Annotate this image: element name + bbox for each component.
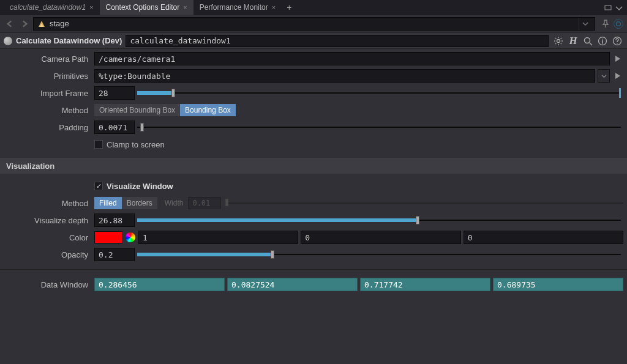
parameter-panel: Camera Path Primitives Import Frame 28 [0, 49, 627, 292]
clamp-to-screen-checkbox[interactable] [94, 140, 103, 149]
opacity-input[interactable] [94, 248, 135, 261]
tab-bar: calculate_datawindow1 × Context Options … [0, 0, 627, 15]
padding-input[interactable] [94, 121, 135, 134]
section-visualization[interactable]: Visualization [0, 158, 627, 174]
primitives-dropdown-button[interactable] [598, 69, 610, 83]
node-type-icon [4, 37, 12, 45]
visualize-window-checkbox[interactable] [94, 182, 103, 190]
label-visualize-depth: Visualize depth [4, 216, 94, 225]
row-primitives: Primitives [4, 69, 623, 83]
row-visualize-depth: Visualize depth [4, 213, 623, 228]
pane-menu-icon[interactable] [615, 3, 623, 12]
clamp-to-screen-label: Clamp to screen [107, 140, 165, 149]
svg-point-3 [585, 37, 590, 43]
label-data-window: Data Window [4, 280, 94, 289]
row-vis-method: Method Filled Borders Width [4, 196, 623, 210]
import-frame-slider[interactable] [137, 87, 621, 98]
method-option-oriented-bb[interactable]: Oriented Bounding Box [94, 104, 180, 116]
svg-point-1 [617, 21, 621, 26]
color-swatch[interactable] [94, 231, 122, 243]
houdini-h-icon[interactable]: H [567, 35, 579, 47]
path-bar: stage [0, 15, 627, 33]
vis-method-borders[interactable]: Borders [122, 197, 157, 209]
row-visualize-window: Visualize Window [4, 179, 623, 193]
data-window-ymin[interactable]: 0.0827524 [227, 278, 358, 291]
row-clamp-to-screen: Clamp to screen [4, 137, 623, 152]
close-icon[interactable]: × [183, 4, 187, 11]
label-padding: Padding [4, 123, 94, 132]
color-b-input[interactable] [464, 231, 623, 244]
vis-method-filled[interactable]: Filled [94, 197, 122, 209]
divider [0, 269, 627, 270]
maximize-pane-icon[interactable] [604, 3, 612, 12]
link-follow-icon[interactable] [614, 19, 623, 29]
camera-path-input[interactable] [94, 52, 610, 65]
close-icon[interactable]: × [272, 4, 276, 11]
svg-point-2 [557, 39, 560, 42]
jump-to-operator-icon[interactable] [612, 70, 623, 81]
node-name-input[interactable] [126, 35, 549, 47]
method-toggle: Oriented Bounding Box Bounding Box [94, 104, 236, 116]
search-icon[interactable] [582, 35, 594, 47]
width-label: Width [165, 199, 184, 207]
row-camera-path: Camera Path [4, 51, 623, 66]
forward-button[interactable] [18, 18, 31, 30]
stage-icon [37, 20, 46, 28]
label-primitives: Primitives [4, 72, 94, 81]
visualize-depth-input[interactable] [94, 214, 135, 227]
color-r-input[interactable] [138, 231, 298, 244]
data-window-ymax[interactable]: 0.689735 [493, 278, 623, 291]
add-tab-button[interactable]: + [282, 3, 296, 12]
node-header: Calculate Datawindow (Dev) H [0, 33, 627, 49]
row-padding: Padding [4, 120, 623, 135]
data-window-xmax[interactable]: 0.717742 [360, 278, 490, 291]
vis-method-toggle: Filled Borders [94, 197, 157, 209]
jump-to-operator-icon[interactable] [612, 53, 623, 64]
import-frame-value[interactable]: 28 [94, 86, 135, 100]
tab-context-options-editor[interactable]: Context Options Editor × [100, 0, 193, 15]
method-option-bb[interactable]: Bounding Box [180, 104, 236, 116]
label-vis-method: Method [4, 199, 94, 208]
help-icon[interactable] [611, 35, 623, 47]
path-dropdown-icon[interactable] [579, 18, 591, 30]
label-method: Method [4, 106, 94, 115]
width-input [188, 197, 221, 209]
visualize-depth-slider[interactable] [137, 215, 621, 226]
primitives-input[interactable] [94, 69, 595, 83]
close-icon[interactable]: × [89, 4, 93, 11]
color-g-input[interactable] [301, 231, 460, 244]
color-wheel-icon[interactable] [125, 232, 136, 243]
tab-label: Performance Monitor [200, 3, 268, 12]
node-type-label: Calculate Datawindow (Dev) [16, 36, 122, 45]
tab-label: Context Options Editor [106, 3, 180, 12]
row-method: Method Oriented Bounding Box Bounding Bo… [4, 103, 623, 117]
pin-icon[interactable] [600, 18, 611, 29]
visualize-window-label: Visualize Window [107, 182, 173, 191]
row-import-frame: Import Frame 28 [4, 86, 623, 100]
label-import-frame: Import Frame [4, 89, 94, 98]
tab-label: calculate_datawindow1 [10, 3, 86, 12]
row-opacity: Opacity [4, 247, 623, 262]
svg-rect-0 [605, 6, 611, 10]
row-color: Color [4, 230, 623, 245]
width-slider [227, 198, 623, 209]
data-window-xmin[interactable]: 0.286456 [94, 278, 225, 291]
info-icon[interactable] [596, 35, 609, 47]
label-opacity: Opacity [4, 250, 94, 259]
padding-slider[interactable] [137, 122, 621, 133]
gear-icon[interactable] [552, 35, 565, 47]
tab-calculate-datawindow1[interactable]: calculate_datawindow1 × [4, 0, 100, 15]
label-color: Color [4, 233, 94, 242]
label-camera-path: Camera Path [4, 54, 94, 64]
path-text: stage [50, 19, 69, 28]
row-data-window: Data Window 0.286456 0.0827524 0.717742 … [4, 277, 623, 292]
opacity-slider[interactable] [137, 249, 621, 260]
path-input[interactable]: stage [33, 17, 595, 31]
back-button[interactable] [4, 18, 16, 30]
tab-performance-monitor[interactable]: Performance Monitor × [193, 0, 282, 15]
